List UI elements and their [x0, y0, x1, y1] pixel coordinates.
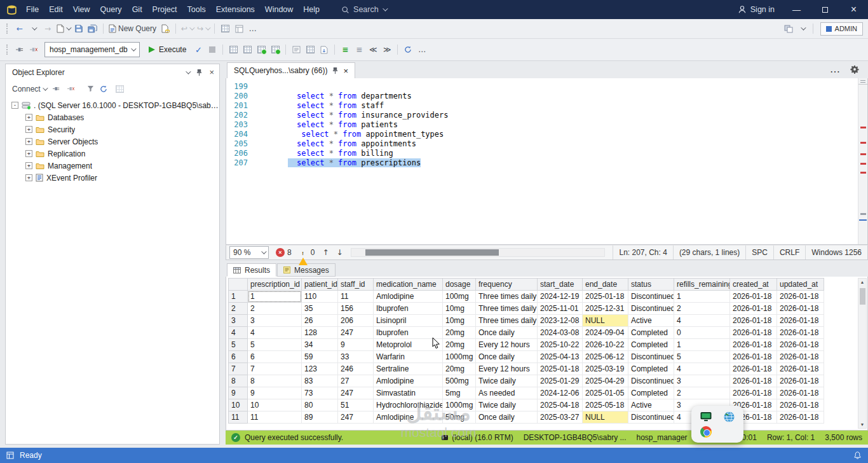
- sign-in-button[interactable]: Sign in: [730, 5, 782, 14]
- query-document-tab[interactable]: SQLQueryhos...\sabry (66)) ×: [227, 62, 355, 78]
- sql-editor[interactable]: 199200 select * from departments201 sele…: [226, 78, 868, 245]
- pin-icon[interactable]: [196, 69, 202, 76]
- grid-cell[interactable]: Simvastatin: [374, 387, 443, 399]
- grid-cell[interactable]: 2026-01-18: [777, 399, 824, 411]
- settings-gear-icon[interactable]: [850, 65, 859, 74]
- column-header-frequency[interactable]: frequency: [476, 279, 538, 291]
- tree-node-server-objects[interactable]: +Server Objects: [6, 135, 219, 148]
- next-error-button[interactable]: ↓: [336, 248, 342, 257]
- uncomment-button[interactable]: ≡: [352, 42, 366, 57]
- grid-cell[interactable]: 2026-01-18: [777, 303, 824, 315]
- code-line-204[interactable]: 204 select * from appointment_types: [226, 130, 857, 139]
- layers-icon[interactable]: [782, 21, 796, 36]
- tabbar-overflow-icon[interactable]: …: [830, 63, 840, 75]
- grid-cell[interactable]: Amlodipine: [374, 411, 443, 424]
- grid-cell[interactable]: 34: [302, 339, 338, 351]
- grid-cell[interactable]: 2025-11-01: [538, 303, 583, 315]
- grid-cell[interactable]: Discontinued: [628, 351, 674, 363]
- editor-scrollbar[interactable]: [858, 78, 867, 244]
- designer-button[interactable]: [232, 21, 246, 36]
- grid-cell[interactable]: 59: [302, 351, 338, 363]
- globe-icon[interactable]: [723, 411, 735, 423]
- maximize-button[interactable]: [811, 0, 839, 19]
- grid-cell[interactable]: 2025-10-22: [538, 339, 583, 351]
- scrollbar-thumb[interactable]: [365, 249, 499, 256]
- grid-cell[interactable]: 33: [338, 351, 374, 363]
- grid-cell[interactable]: 3: [248, 315, 302, 327]
- code-line-203[interactable]: 203 select * from patients: [226, 120, 857, 130]
- grid-cell[interactable]: 2025-03-19: [583, 363, 628, 375]
- grid-cell[interactable]: Active: [628, 315, 674, 327]
- grid-cell[interactable]: 51: [338, 399, 374, 411]
- tree-node-replication[interactable]: +Replication: [6, 148, 219, 160]
- floating-app-popup[interactable]: [691, 406, 743, 443]
- column-header-created_at[interactable]: created_at: [730, 279, 777, 291]
- horizontal-scrollbar[interactable]: [351, 248, 606, 257]
- row-header[interactable]: 7: [229, 363, 248, 375]
- grid-cell[interactable]: 123: [302, 363, 338, 375]
- grid-cell[interactable]: Once daily: [476, 351, 538, 363]
- connect-object-icon[interactable]: [52, 85, 61, 92]
- expand-icon[interactable]: +: [25, 150, 32, 157]
- grid-cell[interactable]: Completed: [628, 363, 674, 375]
- grid-cell[interactable]: 5: [248, 339, 302, 351]
- grid-corner[interactable]: [229, 279, 248, 291]
- code-line-206[interactable]: 206 select * from billing: [226, 149, 857, 158]
- row-header[interactable]: 3: [229, 315, 248, 327]
- grid-cell[interactable]: 2026-01-18: [730, 387, 777, 399]
- grid-cell[interactable]: 2023-12-08: [538, 315, 583, 327]
- refresh-icon[interactable]: [100, 85, 107, 93]
- grid-cell[interactable]: Twice daily: [476, 399, 538, 411]
- code-line-207[interactable]: 207 select * from prescriptions: [226, 158, 857, 168]
- row-header[interactable]: 2: [229, 303, 248, 315]
- expand-icon[interactable]: +: [25, 114, 32, 121]
- column-header-patient_id[interactable]: patient_id: [302, 279, 338, 291]
- new-query-button[interactable]: New Query: [107, 21, 158, 36]
- toolbar-grip[interactable]: [6, 24, 8, 34]
- grid-cell[interactable]: 2026-01-18: [777, 327, 824, 339]
- grid-cell[interactable]: 11: [248, 411, 302, 424]
- menu-tools[interactable]: Tools: [182, 0, 211, 19]
- results-to-grid-button[interactable]: [303, 42, 317, 57]
- toolbar-overflow-button[interactable]: …: [246, 21, 260, 36]
- connect-button[interactable]: Connect: [12, 81, 46, 97]
- grid-cell[interactable]: 2025-01-18: [538, 363, 583, 375]
- code-line-200[interactable]: 200 select * from departments: [226, 92, 857, 101]
- notifications-bell-icon[interactable]: [853, 451, 862, 460]
- grid-cell[interactable]: 2026-01-18: [777, 375, 824, 387]
- splitter-grip[interactable]: [858, 78, 867, 85]
- grid-cell[interactable]: 2026-01-18: [730, 363, 777, 375]
- grid-cell[interactable]: Lisinopril: [374, 315, 443, 327]
- grid-cell[interactable]: As needed: [476, 387, 538, 399]
- close-button[interactable]: ×: [839, 0, 868, 19]
- grid-cell[interactable]: 2025-03-27: [538, 411, 583, 424]
- column-header-medication_name[interactable]: medication_name: [374, 279, 443, 291]
- menu-project[interactable]: Project: [147, 0, 182, 19]
- parse-query-button[interactable]: ✓: [191, 42, 205, 57]
- grid-cell[interactable]: 3: [674, 375, 730, 387]
- code-line-205[interactable]: 205 select * from appointments: [226, 139, 857, 149]
- vertical-scrollbar[interactable]: ▲ ▼: [858, 278, 867, 429]
- admin-profile-button[interactable]: ADMIN: [820, 22, 863, 36]
- layers-dropdown[interactable]: [796, 21, 810, 36]
- live-query-stats-button[interactable]: [268, 42, 282, 57]
- previous-error-button[interactable]: ↑: [322, 248, 329, 257]
- tree-node-security[interactable]: +Security: [6, 123, 219, 135]
- grid-cell[interactable]: Discontinued: [628, 375, 674, 387]
- grid-cell[interactable]: Ibuprofen: [374, 327, 443, 339]
- close-tab-icon[interactable]: ×: [343, 66, 348, 76]
- increase-indent-button[interactable]: ≫: [380, 42, 394, 57]
- grid-cell[interactable]: 2025-04-13: [538, 351, 583, 363]
- row-header[interactable]: 10: [229, 399, 248, 411]
- grid-cell[interactable]: 1: [674, 291, 730, 303]
- row-header[interactable]: 5: [229, 339, 248, 351]
- grid-cell[interactable]: 10mg: [443, 315, 476, 327]
- grid-cell[interactable]: 27: [338, 375, 374, 387]
- grid-cell[interactable]: 5: [674, 351, 730, 363]
- screenshare-icon[interactable]: [700, 411, 712, 422]
- line-ending-indicator[interactable]: CRLF: [773, 245, 805, 259]
- grid-cell[interactable]: 2024-09-04: [583, 327, 628, 339]
- grid-cell[interactable]: Three times daily: [476, 315, 538, 327]
- grid-cell[interactable]: 89: [302, 411, 338, 424]
- cancel-query-button[interactable]: [205, 42, 219, 57]
